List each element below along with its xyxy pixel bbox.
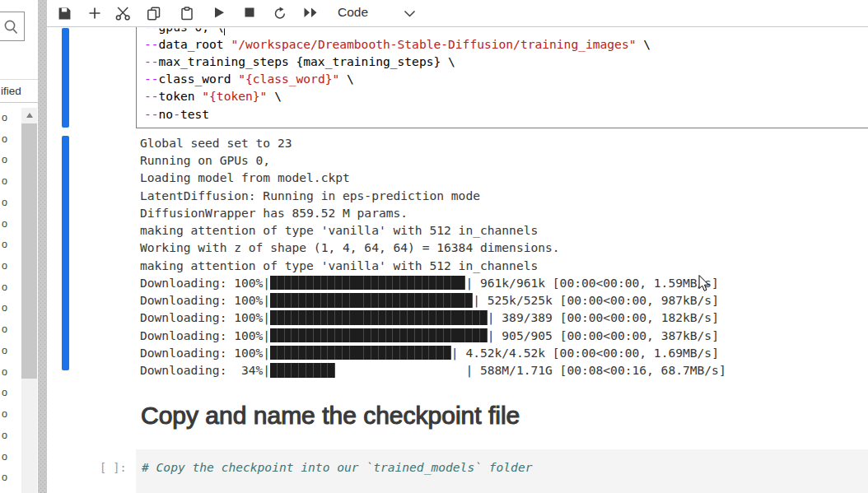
file-browser-sidebar: ified oooooooooooooooooo: [0, 0, 38, 493]
mouse-cursor: [698, 275, 712, 293]
chevron-down-icon[interactable]: [404, 10, 416, 18]
file-list-item-fragment[interactable]: o: [2, 193, 21, 214]
file-list-item-fragment[interactable]: o: [2, 214, 21, 235]
notebook-toolbar: Code: [47, 0, 868, 27]
file-list-item-fragment[interactable]: o: [2, 467, 21, 489]
cell-2-code[interactable]: # Copy the checkpoint into our `trained_…: [142, 458, 532, 476]
cell-2-prompt: [ ]:: [100, 461, 127, 474]
file-list-item-fragment[interactable]: o: [2, 256, 21, 277]
input-collapser[interactable]: [62, 28, 70, 128]
markdown-heading: Copy and name the checkpoint file: [141, 402, 520, 430]
scroll-up-icon[interactable]: [26, 113, 33, 118]
file-list: oooooooooooooooooo: [2, 108, 21, 489]
copy-cells-button[interactable]: [147, 7, 161, 21]
search-icon: [3, 18, 19, 36]
file-list-item-fragment[interactable]: o: [2, 108, 21, 129]
restart-run-all-button[interactable]: [303, 7, 318, 21]
run-cell-button[interactable]: [213, 7, 228, 21]
file-list-item-fragment[interactable]: o: [2, 362, 21, 384]
output-collapser[interactable]: [62, 136, 70, 370]
sidebar-scrollbar-thumb[interactable]: [21, 123, 37, 379]
file-list-item-fragment[interactable]: o: [2, 447, 21, 468]
file-search-input[interactable]: [0, 12, 25, 41]
file-list-item-fragment[interactable]: o: [2, 277, 21, 299]
code-cell-content[interactable]: --gpus 0, \--data_root "/workspace/Dream…: [144, 18, 651, 123]
header-divider-bottom: [0, 102, 38, 103]
sidebar-scrollbar[interactable]: [21, 108, 37, 493]
cell-output-text: Global seed set to 23Running on GPUs 0,L…: [140, 134, 726, 379]
last-modified-header-fragment: ified: [1, 85, 21, 97]
file-list-item-fragment[interactable]: o: [2, 341, 21, 362]
cut-cells-button[interactable]: [114, 7, 129, 21]
file-list-item-fragment[interactable]: o: [2, 171, 21, 193]
save-button[interactable]: [58, 7, 72, 21]
file-list-item-fragment[interactable]: o: [2, 150, 21, 171]
paste-cells-button[interactable]: [180, 7, 194, 21]
file-list-item-fragment[interactable]: o: [2, 235, 21, 256]
insert-cell-button[interactable]: [88, 7, 103, 21]
header-divider: [0, 79, 38, 80]
file-list-item-fragment[interactable]: o: [2, 129, 21, 151]
cell-type-select[interactable]: Code: [338, 5, 368, 20]
panel-divider[interactable]: [38, 0, 47, 493]
file-list-item-fragment[interactable]: o: [2, 426, 21, 447]
restart-kernel-button[interactable]: [273, 7, 287, 21]
file-list-item-fragment[interactable]: o: [2, 319, 21, 341]
file-list-item-fragment[interactable]: o: [2, 383, 21, 404]
interrupt-kernel-button[interactable]: [244, 7, 259, 21]
file-list-item-fragment[interactable]: o: [2, 298, 21, 319]
file-list-item-fragment[interactable]: o: [2, 404, 21, 426]
